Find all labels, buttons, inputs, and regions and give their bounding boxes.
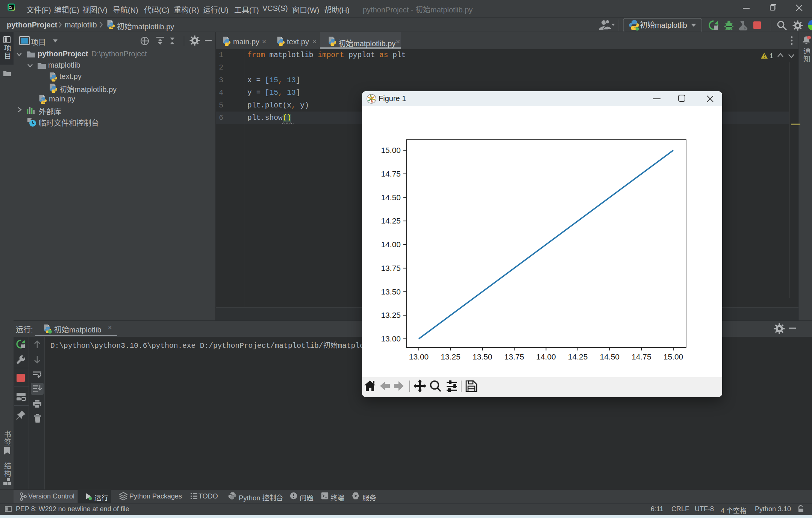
- svg-text:13.75: 13.75: [381, 264, 401, 272]
- svg-text:15.00: 15.00: [664, 352, 683, 361]
- svg-text:14.75: 14.75: [632, 352, 651, 361]
- svg-text:13.50: 13.50: [381, 287, 401, 296]
- svg-text:13.00: 13.00: [409, 352, 429, 361]
- svg-text:13.25: 13.25: [441, 352, 461, 361]
- svg-text:14.50: 14.50: [600, 352, 620, 361]
- svg-text:13.25: 13.25: [381, 311, 401, 319]
- svg-text:14.50: 14.50: [381, 193, 401, 202]
- svg-text:14.25: 14.25: [568, 352, 588, 361]
- svg-text:13.75: 13.75: [504, 352, 524, 361]
- svg-text:14.25: 14.25: [381, 216, 401, 225]
- svg-text:13.00: 13.00: [381, 334, 401, 343]
- svg-text:15.00: 15.00: [381, 146, 401, 154]
- svg-text:初始matplotlib: 初始matplotlib: [640, 21, 687, 29]
- svg-text:14.00: 14.00: [381, 240, 401, 249]
- svg-text:14.00: 14.00: [536, 352, 556, 361]
- svg-text:14.75: 14.75: [381, 169, 401, 178]
- svg-text:PC: PC: [9, 6, 12, 8]
- svg-text:1: 1: [770, 52, 773, 60]
- svg-text:13.50: 13.50: [473, 352, 492, 361]
